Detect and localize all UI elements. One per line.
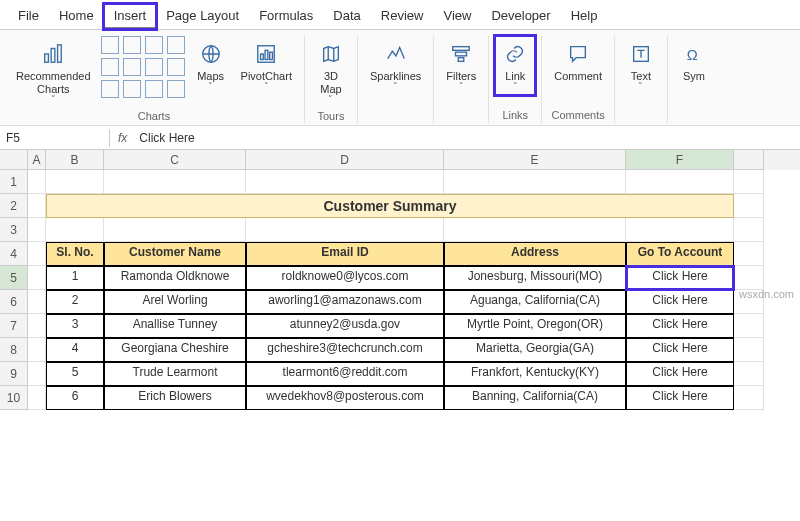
table-row: 5 Trude Learmont tlearmont6@reddit.com F… [28, 362, 800, 386]
symbols-button[interactable]: Ω Sym [674, 36, 714, 87]
row-2[interactable]: 2 [0, 194, 28, 218]
row-5[interactable]: 5 [0, 266, 28, 290]
watermark: wsxdn.com [739, 288, 794, 300]
globe-icon [197, 40, 225, 68]
chart-icon [39, 40, 67, 68]
title-cell[interactable]: Customer Summary [46, 194, 734, 218]
col-E[interactable]: E [444, 150, 626, 170]
3dmap-button[interactable]: 3D Map [311, 36, 351, 108]
cell-F5[interactable]: Click Here [626, 266, 734, 290]
filters-label: Filters [446, 70, 476, 83]
maps-button[interactable]: Maps [191, 36, 231, 95]
pivotchart-icon [252, 40, 280, 68]
link-icon [501, 40, 529, 68]
group-charts-label: Charts [138, 108, 170, 124]
table-row: 4 Georgiana Cheshire gcheshire3@techcrun… [28, 338, 800, 362]
tab-file[interactable]: File [8, 4, 49, 29]
sparklines-icon [382, 40, 410, 68]
table-row: 1 Ramonda Oldknowe roldknowe0@lycos.com … [28, 266, 800, 290]
th-slno[interactable]: Sl. No. [46, 242, 104, 266]
group-text-label [639, 107, 642, 123]
table-row: 3 Anallise Tunney atunney2@usda.gov Myrt… [28, 314, 800, 338]
comment-icon [564, 40, 592, 68]
row-1[interactable]: 1 [0, 170, 28, 194]
tab-review[interactable]: Review [371, 4, 434, 29]
col-F[interactable]: F [626, 150, 734, 170]
th-name[interactable]: Customer Name [104, 242, 246, 266]
row-4[interactable]: 4 [0, 242, 28, 266]
fx-icon[interactable]: fx [110, 131, 135, 145]
link-button[interactable]: Link [495, 36, 535, 95]
svg-text:Ω: Ω [687, 47, 698, 63]
select-all-corner[interactable] [0, 150, 28, 170]
cell-grid[interactable]: Customer Summary Sl. No. Customer Name E… [28, 170, 800, 410]
worksheet: A B C D E F 1 2 3 4 5 6 7 8 9 10 Custome… [0, 150, 800, 410]
svg-rect-6 [265, 50, 268, 59]
th-email[interactable]: Email ID [246, 242, 444, 266]
text-icon [627, 40, 655, 68]
formula-bar: F5 fx Click Here [0, 126, 800, 150]
group-symbols: Ω Sym [668, 36, 720, 123]
tab-help[interactable]: Help [561, 4, 608, 29]
tab-home[interactable]: Home [49, 4, 104, 29]
text-label: Text [631, 70, 651, 83]
recommended-charts-label: Recommended Charts [16, 70, 91, 96]
col-G[interactable] [734, 150, 764, 170]
comment-button[interactable]: Comment [548, 36, 608, 87]
ribbon-tabs: File Home Insert Page Layout Formulas Da… [0, 0, 800, 30]
tab-page-layout[interactable]: Page Layout [156, 4, 249, 29]
tab-data[interactable]: Data [323, 4, 370, 29]
tab-view[interactable]: View [433, 4, 481, 29]
svg-rect-9 [456, 52, 467, 56]
col-B[interactable]: B [46, 150, 104, 170]
th-goto[interactable]: Go To Account [626, 242, 734, 266]
col-C[interactable]: C [104, 150, 246, 170]
ribbon-content: Recommended Charts Maps PivotChart Chart… [0, 30, 800, 126]
formula-content[interactable]: Click Here [135, 129, 800, 147]
pivotchart-button[interactable]: PivotChart [235, 36, 298, 95]
column-headers: A B C D E F [0, 150, 800, 170]
group-links: Link Links [489, 36, 542, 123]
3dmap-icon [317, 40, 345, 68]
filter-icon [447, 40, 475, 68]
sparklines-button[interactable]: Sparklines [364, 36, 427, 95]
group-charts: Recommended Charts Maps PivotChart Chart… [4, 36, 305, 123]
svg-rect-8 [453, 47, 470, 51]
filters-button[interactable]: Filters [440, 36, 482, 95]
table-row: 2 Arel Worling aworling1@amazonaws.com A… [28, 290, 800, 314]
svg-rect-10 [459, 58, 465, 62]
svg-rect-7 [270, 52, 273, 59]
3dmap-label: 3D Map [320, 70, 341, 96]
tab-insert[interactable]: Insert [104, 4, 157, 29]
row-8[interactable]: 8 [0, 338, 28, 362]
chart-type-gallery[interactable] [101, 36, 187, 100]
group-tours: 3D Map Tours [305, 36, 358, 123]
text-button[interactable]: Text [621, 36, 661, 95]
table-row: 6 Erich Blowers wvedekhov8@posterous.com… [28, 386, 800, 410]
tab-formulas[interactable]: Formulas [249, 4, 323, 29]
row-9[interactable]: 9 [0, 362, 28, 386]
th-addr[interactable]: Address [444, 242, 626, 266]
group-links-label: Links [502, 107, 528, 123]
tab-developer[interactable]: Developer [481, 4, 560, 29]
group-filters-label [460, 107, 463, 123]
group-text: Text [615, 36, 668, 123]
row-3[interactable]: 3 [0, 218, 28, 242]
maps-label: Maps [197, 70, 224, 83]
symbols-icon: Ω [680, 40, 708, 68]
col-D[interactable]: D [246, 150, 444, 170]
svg-rect-5 [261, 54, 264, 60]
sparklines-label: Sparklines [370, 70, 421, 83]
row-10[interactable]: 10 [0, 386, 28, 410]
group-symbols-label [692, 107, 695, 123]
name-box[interactable]: F5 [0, 129, 110, 147]
row-headers: 1 2 3 4 5 6 7 8 9 10 [0, 170, 28, 410]
pivotchart-label: PivotChart [241, 70, 292, 83]
row-7[interactable]: 7 [0, 314, 28, 338]
group-sparklines-label [394, 107, 397, 123]
link-label: Link [505, 70, 525, 83]
row-6[interactable]: 6 [0, 290, 28, 314]
recommended-charts-button[interactable]: Recommended Charts [10, 36, 97, 108]
col-A[interactable]: A [28, 150, 46, 170]
symbols-label: Sym [683, 70, 705, 83]
